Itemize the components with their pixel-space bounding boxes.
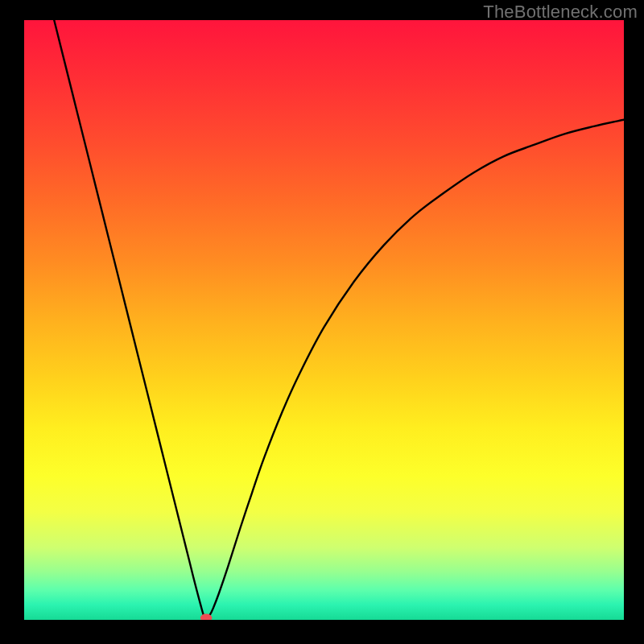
- gradient-background: [24, 20, 624, 620]
- watermark-label: TheBottleneck.com: [483, 2, 638, 23]
- plot-svg: [24, 20, 624, 620]
- plot-area: [24, 20, 624, 620]
- chart-frame: TheBottleneck.com: [0, 0, 644, 644]
